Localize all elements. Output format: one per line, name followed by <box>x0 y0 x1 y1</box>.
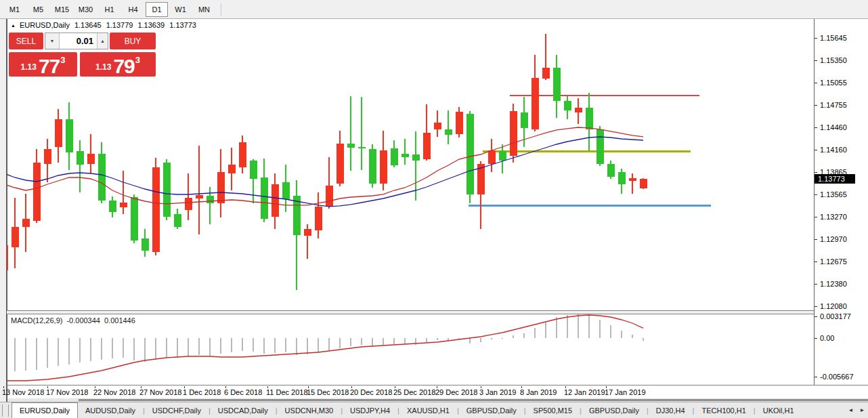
candle-body <box>261 177 268 219</box>
candle-body <box>445 129 452 135</box>
date-axis-label: 11 Dec 2018 <box>266 388 308 396</box>
price-axis-tick <box>815 262 817 262</box>
date-axis-label: 20 Dec 2018 <box>350 388 392 396</box>
candlestick <box>250 159 257 204</box>
buy-price-prefix: 1.13 <box>95 62 111 72</box>
candlestick <box>499 144 506 173</box>
price-axis-tick <box>815 217 817 217</box>
timeframe-button-m30[interactable]: M30 <box>74 2 97 17</box>
timeframe-button-mn[interactable]: MN <box>193 2 215 17</box>
price-axis-tick <box>815 284 817 285</box>
candlestick <box>315 192 322 239</box>
candle-body <box>358 147 366 148</box>
buy-price-display[interactable]: 1.13 79 3 <box>80 52 156 77</box>
candle-body <box>272 184 279 217</box>
price-axis-tick <box>815 83 817 83</box>
candle-body <box>326 186 333 206</box>
candle-body <box>369 149 376 184</box>
candle-body <box>196 195 203 198</box>
timeframe-button-m15[interactable]: M15 <box>51 2 73 17</box>
scrollbar-thumb[interactable] <box>79 399 868 401</box>
candlestick <box>391 140 398 167</box>
macd-axis-label: 0.003177 <box>820 312 851 320</box>
candlestick <box>304 224 311 259</box>
sell-button[interactable]: SELL <box>9 33 43 49</box>
macd-value: -0.000344 <box>66 316 100 325</box>
candlestick <box>228 148 236 190</box>
chart-tab-xauusd-h1[interactable]: XAUUSD,H1 <box>399 402 457 418</box>
timeframe-button-h4[interactable]: H4 <box>122 2 144 17</box>
chart-tab-sp500-m15[interactable]: SP500,M15 <box>526 402 580 418</box>
ohlc-close: 1.13773 <box>169 21 196 29</box>
timeframe-button-d1[interactable]: D1 <box>146 2 168 17</box>
chart-tab-audusd-daily[interactable]: AUDUSD,Daily <box>78 402 143 418</box>
chart-tab-usdcnh-m30[interactable]: USDCNH,M30 <box>278 402 341 418</box>
candlestick <box>402 139 409 164</box>
candlestick <box>261 159 268 222</box>
candle-body <box>44 149 51 164</box>
toolbar-separator <box>221 3 221 16</box>
candlestick <box>445 110 452 144</box>
candlestick <box>488 139 496 172</box>
volume-value[interactable]: 0.01 <box>60 33 97 49</box>
timeframe-button-h1[interactable]: H1 <box>98 2 121 17</box>
candlestick <box>358 97 366 171</box>
macd-axis-label: -0.005667 <box>820 373 854 381</box>
timeframe-button-m5[interactable]: M5 <box>27 2 49 17</box>
volume-increase-button[interactable]: ▲ <box>97 33 108 49</box>
tab-scroll-right-button[interactable]: ► <box>856 402 868 418</box>
candlestick <box>163 159 171 220</box>
chart-tab-usdchf-daily[interactable]: USDCHF,Daily <box>145 402 209 418</box>
candle-body <box>109 201 116 213</box>
candlestick <box>77 140 84 192</box>
chart-tab-tech100-h1[interactable]: TECH100,H1 <box>694 402 753 418</box>
volume-decrease-button[interactable]: ▼ <box>45 33 60 49</box>
current-price-tag: 1.13773 <box>815 174 855 184</box>
chart-tab-gbpusd-daily[interactable]: GBPUSD,Daily <box>459 402 524 418</box>
candlestick <box>531 55 539 131</box>
sell-price-display[interactable]: 1.13 77 3 <box>9 52 77 77</box>
candle-body <box>12 227 19 247</box>
candle-body <box>98 154 106 201</box>
candlestick <box>629 173 636 193</box>
candle-body <box>412 154 420 161</box>
candlestick <box>109 196 116 217</box>
candle-body <box>380 150 387 184</box>
price-axis-label: 1.13565 <box>820 190 847 198</box>
macd-signal-value: 0.001446 <box>104 316 135 325</box>
date-axis: 13 Nov 201817 Nov 201822 Nov 201827 Nov … <box>0 386 868 398</box>
volume-stepper[interactable]: ▼ 0.01 ▲ <box>45 33 108 49</box>
candlestick <box>33 149 41 223</box>
chart-tab-ukoil-h1[interactable]: UKOil,H1 <box>756 402 802 418</box>
candle-body <box>217 172 225 203</box>
timeframe-button-m1[interactable]: M1 <box>3 2 26 17</box>
candle-body <box>337 144 344 184</box>
date-axis-label: 17 Jan 2019 <box>605 388 646 396</box>
date-axis-label: 29 Dec 2018 <box>435 388 477 396</box>
chart-tab-usdcad-daily[interactable]: USDCAD,Daily <box>211 402 276 418</box>
candlestick <box>185 173 192 220</box>
price-axis-tick <box>815 194 817 195</box>
chart-tab-usdjpy-h4[interactable]: USDJPY,H4 <box>343 402 397 418</box>
candlestick <box>380 131 387 190</box>
price-axis-label: 1.12080 <box>820 302 847 310</box>
candle-body <box>120 203 127 207</box>
candlestick <box>456 107 463 138</box>
candle-body <box>347 144 355 148</box>
candlestick <box>152 158 160 255</box>
macd-indicator-canvas[interactable] <box>7 314 814 385</box>
tab-bar-spacer <box>802 402 845 418</box>
chart-tab-eurusd-daily[interactable]: EURUSD,Daily <box>12 402 78 418</box>
candle-body <box>391 148 398 165</box>
buy-button[interactable]: BUY <box>110 33 156 49</box>
price-axis-label: 1.15055 <box>820 79 847 87</box>
timeframe-button-w1[interactable]: W1 <box>169 2 192 17</box>
date-axis-label: 8 Jan 2019 <box>520 388 557 396</box>
collapse-triangle-icon: ▲ <box>11 23 16 28</box>
candlestick <box>55 109 62 162</box>
buy-price-big: 79 <box>113 58 134 75</box>
chart-tab-gbpusd-daily[interactable]: GBPUSD,Daily <box>582 402 647 418</box>
tab-scroll-left-button[interactable]: ◄ <box>845 402 856 418</box>
chart-tab-dj30-h4[interactable]: DJ30,H4 <box>649 402 693 418</box>
candle-body <box>87 154 95 164</box>
